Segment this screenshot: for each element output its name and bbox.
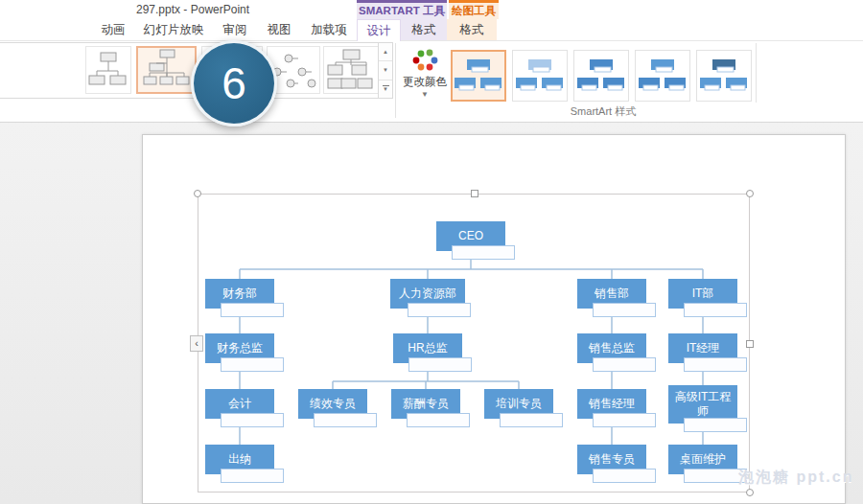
smartart-tools-label: SMARTART 工具	[359, 4, 445, 18]
watermark: 泡泡糖 ppt.cn	[738, 468, 853, 488]
tab-设计-5[interactable]: 设计	[357, 19, 401, 41]
smartart-style-2[interactable]	[512, 50, 568, 102]
drawing-tools-label: 绘图工具	[452, 4, 496, 18]
drawing-tools-header: 绘图工具	[449, 0, 499, 19]
org-node-subshape	[593, 413, 656, 427]
tutorial-step-badge: 6	[191, 40, 277, 126]
smartart-style-4[interactable]	[635, 50, 690, 102]
resize-handle-top-right[interactable]	[746, 190, 754, 197]
gallery-more-button[interactable]: ▼	[379, 80, 392, 98]
org-node-subshape	[221, 413, 284, 427]
resize-handle-bottom-right[interactable]	[746, 489, 754, 496]
org-node-subshape	[314, 413, 377, 427]
smartart-style-1[interactable]	[451, 50, 506, 102]
org-chart: CEO财务部人力资源部销售部IT部财务总监HR总监销售总监IT经理会计绩效专员薪…	[0, 123, 863, 504]
layouts-gallery-scrollbar: ▲ ▼ ▼	[378, 42, 393, 99]
title-bar: 297.pptx - PowerPoint SMARTART 工具 绘图工具	[0, 0, 863, 19]
resize-handle-top-left[interactable]	[194, 190, 201, 197]
org-node-subshape	[408, 357, 472, 372]
tab-group-drawing: 格式	[447, 19, 497, 40]
group-separator	[395, 43, 396, 118]
tab-group-main: 动画幻灯片放映审阅视图加载项	[92, 19, 357, 40]
tab-格式-7[interactable]: 格式	[447, 19, 497, 40]
resize-handle-top-center[interactable]	[471, 190, 478, 197]
tab-加载项-4[interactable]: 加载项	[301, 19, 357, 40]
tab-spacer	[0, 19, 92, 40]
org-node-subshape	[221, 303, 284, 317]
dropdown-caret-icon: ▼	[421, 90, 429, 99]
tab-幻灯片放映-1[interactable]: 幻灯片放映	[134, 19, 213, 40]
org-node-subshape	[684, 418, 747, 432]
org-node-subshape	[221, 357, 284, 372]
layout-org-chart-1[interactable]	[85, 46, 131, 94]
org-node-subshape	[593, 303, 656, 317]
org-node-subshape	[221, 469, 284, 483]
tab-格式-6[interactable]: 格式	[401, 19, 447, 40]
org-node-subshape	[593, 357, 656, 372]
tab-group-smartart: 设计格式	[357, 19, 447, 40]
text-pane-toggle-button[interactable]: ‹	[190, 335, 203, 352]
org-node-subshape	[684, 357, 747, 372]
org-node-subshape	[452, 245, 515, 260]
smartart-style-5[interactable]	[696, 50, 752, 102]
layouts-gallery	[0, 42, 379, 99]
org-node-subshape	[593, 469, 656, 483]
smartart-tools-header: SMARTART 工具	[357, 0, 447, 19]
resize-handle-middle-right[interactable]	[746, 340, 754, 348]
layout-org-chart-4[interactable]	[323, 46, 379, 94]
org-node-subshape	[407, 413, 470, 427]
color-wheel-icon	[412, 49, 438, 71]
layout-org-chart-2[interactable]	[136, 46, 197, 94]
gallery-edge	[756, 43, 757, 103]
change-colors-label: 更改颜色	[403, 75, 447, 89]
tab-动画-0[interactable]: 动画	[92, 19, 134, 40]
smartart-styles-group-label: SmartArt 样式	[451, 104, 756, 119]
org-node-subshape	[500, 413, 563, 427]
gallery-scroll-down-button[interactable]: ▼	[379, 61, 392, 80]
tab-视图-3[interactable]: 视图	[257, 19, 301, 40]
powerpoint-window: 297.pptx - PowerPoint SMARTART 工具 绘图工具 动…	[0, 0, 863, 504]
org-node-subshape	[408, 303, 471, 317]
window-title: 297.pptx - PowerPoint	[136, 3, 249, 16]
smartart-style-3[interactable]	[573, 50, 629, 102]
tab-row: 动画幻灯片放映审阅视图加载项 设计格式 格式	[0, 19, 863, 41]
change-colors-button[interactable]: 更改颜色 ▼	[399, 45, 451, 118]
org-node-subshape	[684, 303, 747, 317]
gallery-scroll-up-button[interactable]: ▲	[379, 43, 392, 61]
tab-审阅-2[interactable]: 审阅	[213, 19, 257, 40]
slide-editing-area: CEO财务部人力资源部销售部IT部财务总监HR总监销售总监IT经理会计绩效专员薪…	[0, 123, 863, 504]
ribbon: ▲ ▼ ▼ 更改颜色 ▼ SmartArt 样式 6	[0, 41, 863, 123]
